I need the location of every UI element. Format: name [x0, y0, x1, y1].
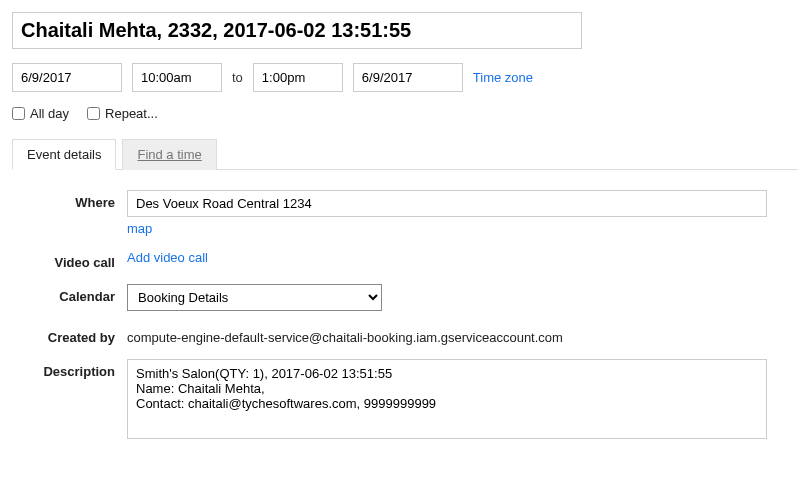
video-call-label: Video call: [12, 250, 127, 270]
repeat-option[interactable]: Repeat...: [87, 106, 158, 121]
start-date-input[interactable]: [12, 63, 122, 92]
map-link[interactable]: map: [127, 221, 798, 236]
description-label: Description: [12, 359, 127, 379]
end-time-input[interactable]: [253, 63, 343, 92]
calendar-select[interactable]: Booking Details: [127, 284, 382, 311]
repeat-checkbox[interactable]: [87, 107, 100, 120]
all-day-option[interactable]: All day: [12, 106, 69, 121]
start-time-input[interactable]: [132, 63, 222, 92]
created-by-label: Created by: [12, 325, 127, 345]
tab-event-details[interactable]: Event details: [12, 139, 116, 170]
datetime-row: to Time zone: [12, 63, 798, 92]
all-day-label: All day: [30, 106, 69, 121]
all-day-checkbox[interactable]: [12, 107, 25, 120]
options-row: All day Repeat...: [12, 106, 798, 121]
timezone-link[interactable]: Time zone: [473, 70, 533, 85]
repeat-label: Repeat...: [105, 106, 158, 121]
created-by-value: compute-engine-default-service@chaitali-…: [127, 325, 798, 345]
to-label: to: [232, 70, 243, 85]
add-video-call-link[interactable]: Add video call: [127, 250, 208, 265]
where-input[interactable]: [127, 190, 767, 217]
calendar-row: Calendar Booking Details: [12, 284, 798, 311]
video-call-row: Video call Add video call: [12, 250, 798, 270]
tabs: Event details Find a time: [12, 139, 798, 170]
event-title-input[interactable]: [12, 12, 582, 49]
end-date-input[interactable]: [353, 63, 463, 92]
where-row: Where map: [12, 190, 798, 236]
where-label: Where: [12, 190, 127, 210]
calendar-label: Calendar: [12, 284, 127, 304]
description-textarea[interactable]: [127, 359, 767, 439]
tab-find-a-time[interactable]: Find a time: [122, 139, 216, 170]
description-row: Description: [12, 359, 798, 442]
created-by-row: Created by compute-engine-default-servic…: [12, 325, 798, 345]
